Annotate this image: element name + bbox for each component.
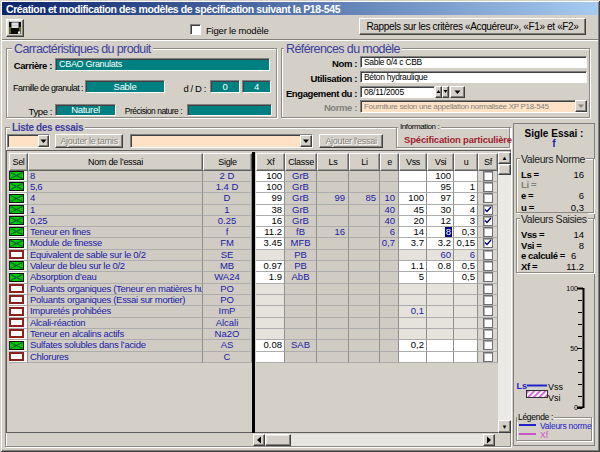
svg-text:Vss: Vss <box>548 382 564 392</box>
svg-text:100: 100 <box>566 285 578 292</box>
svg-text:Vsi: Vsi <box>548 393 561 403</box>
svg-text:50: 50 <box>570 345 578 352</box>
svg-text:Ls: Ls <box>517 381 528 391</box>
svg-text:0: 0 <box>574 404 578 410</box>
